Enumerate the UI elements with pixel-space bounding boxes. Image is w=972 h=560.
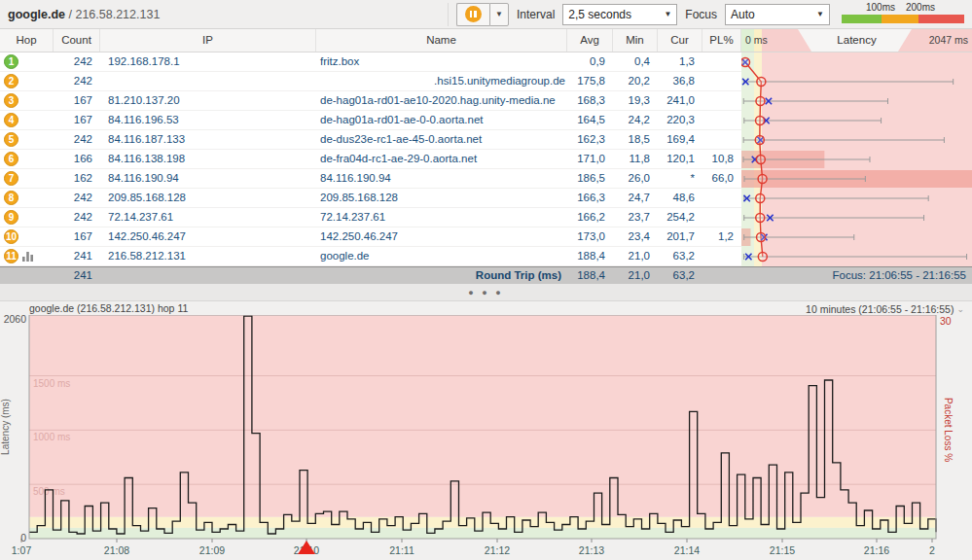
pl-cell: 10,8 xyxy=(702,150,741,168)
focus-label: Focus xyxy=(685,8,717,21)
cur-cell: 120,1 xyxy=(658,150,702,168)
hop-cell: 6 xyxy=(0,150,54,168)
pause-icon xyxy=(465,6,482,22)
min-cell: 23,7 xyxy=(613,208,658,227)
count-cell: 166 xyxy=(54,150,100,168)
splitter-handle-icon: ● ● ● xyxy=(468,290,503,296)
cur-cell: 1,3 xyxy=(658,52,702,71)
name-cell: de-hag01a-rd01-ae10-2020.hag.unity-media… xyxy=(316,91,567,110)
interval-label: Interval xyxy=(517,8,555,21)
name-cell: fritz.box xyxy=(316,52,567,71)
interval-value: 2,5 seconds xyxy=(568,8,631,21)
ip-cell: 81.210.137.20 xyxy=(100,91,316,110)
avg-latency-point xyxy=(756,194,765,203)
name-cell: google.de xyxy=(316,247,567,265)
axis-label: 0 xyxy=(20,532,26,543)
ip-cell: 72.14.237.61 xyxy=(100,208,316,227)
avg-latency-point xyxy=(755,136,764,145)
count-cell: 167 xyxy=(54,91,100,110)
pingplotter-window: google.de / 216.58.212.131 ▼ Interval 2,… xyxy=(0,0,972,560)
x-tick-label: 21:14 xyxy=(674,544,700,556)
timescale-dropdown[interactable]: 10 minutes (21:06:55 - 21:16:55) ⌄ xyxy=(806,302,964,315)
avg-cell: 188,4 xyxy=(567,247,613,265)
latency-scale-legend: 100ms 200ms xyxy=(842,2,964,27)
hop-cell: 2 xyxy=(0,72,54,90)
legend-gradient-bar xyxy=(842,15,964,23)
timescale-value: 10 minutes (21:06:55 - 21:16:55) xyxy=(806,303,954,315)
col-header-hop[interactable]: Hop xyxy=(0,29,54,52)
focus-select[interactable]: Auto▼ xyxy=(725,4,830,25)
avg-cell: 0,9 xyxy=(567,52,613,71)
chevron-down-icon: ▼ xyxy=(664,10,671,18)
avg-latency-point xyxy=(756,156,765,164)
pl-cell xyxy=(702,247,741,265)
hop-cell: 8 xyxy=(0,189,54,207)
focus-range-label: Focus: 21:06:55 - 21:16:55 xyxy=(741,267,972,284)
hop-cell: 4 xyxy=(0,111,54,129)
hop-cell: 10 xyxy=(0,228,54,246)
hop-badge: 6 xyxy=(4,152,18,166)
ip-cell: 192.168.178.1 xyxy=(100,52,316,71)
col-header-avg[interactable]: Avg xyxy=(567,29,613,52)
footer-hop-cell xyxy=(0,267,54,284)
col-header-min[interactable]: Min xyxy=(613,29,658,52)
trace-target-title: google.de / 216.58.212.131 xyxy=(8,8,160,21)
timeline-titlebar: google.de (216.58.212.131) hop 11 10 min… xyxy=(29,302,964,315)
col-header-latency[interactable]: 0 ms Latency 2047 ms xyxy=(741,29,972,52)
avg-latency-point xyxy=(758,175,767,184)
col-header-pl[interactable]: PL% xyxy=(702,29,741,52)
pl-cell xyxy=(702,208,741,227)
col-header-name[interactable]: Name xyxy=(316,29,567,52)
name-cell: de-fra04d-rc1-ae-29-0.aorta.net xyxy=(316,150,567,168)
legend-green-segment xyxy=(842,15,882,23)
hop-latency-minigraph[interactable] xyxy=(741,52,972,266)
focus-value: Auto xyxy=(731,8,755,21)
count-cell: 242 xyxy=(54,208,100,227)
name-cell: 72.14.237.61 xyxy=(316,208,567,227)
count-cell: 167 xyxy=(54,111,100,129)
chevron-down-icon: ▼ xyxy=(816,10,824,18)
pl-cell xyxy=(702,189,741,207)
pause-button[interactable] xyxy=(456,3,489,26)
timeline-chart[interactable]: 1500 ms1000 ms500 ms1:0721:0821:0921:102… xyxy=(0,315,972,560)
avg-cell: 171,0 xyxy=(567,150,613,168)
pl-cell xyxy=(702,52,741,71)
col-header-ip[interactable]: IP xyxy=(100,29,316,52)
name-cell: 209.85.168.128 xyxy=(316,189,567,207)
min-cell: 20,2 xyxy=(613,72,658,90)
footer-min: 21,0 xyxy=(613,267,658,284)
panel-splitter[interactable]: ● ● ● xyxy=(0,284,972,301)
chevron-down-icon: ▼ xyxy=(495,10,503,18)
ip-cell: 84.116.190.94 xyxy=(100,169,316,188)
cur-cell: 220,3 xyxy=(658,111,702,129)
toolbar-divider xyxy=(448,3,449,26)
count-cell: 242 xyxy=(54,189,100,207)
legend-100ms-label: 100ms xyxy=(866,2,895,13)
interval-select[interactable]: 2,5 seconds▼ xyxy=(562,4,677,25)
footer-ip-cell xyxy=(100,267,316,284)
ip-cell: 142.250.46.247 xyxy=(100,228,316,246)
col-header-cur[interactable]: Cur xyxy=(658,29,702,52)
hop-badge: 3 xyxy=(4,93,18,108)
cur-cell: 36,8 xyxy=(658,72,702,90)
col-header-count[interactable]: Count xyxy=(54,29,100,52)
cur-cell: 241,0 xyxy=(658,91,702,110)
count-cell: 242 xyxy=(54,72,100,90)
footer-count: 241 xyxy=(54,267,100,284)
hop-badge: 10 xyxy=(4,229,18,244)
trace-table-body: 1242192.168.178.1fritz.box0,90,41,32242.… xyxy=(0,52,972,266)
x-tick-label: 2 xyxy=(929,544,935,556)
x-tick-label: 21:16 xyxy=(864,544,889,556)
legend-red-segment xyxy=(918,15,964,23)
hop-badge: 8 xyxy=(4,191,18,205)
ip-cell: 84.116.196.53 xyxy=(100,111,316,129)
chart-background-band xyxy=(29,315,936,517)
avg-latency-point xyxy=(741,58,750,67)
ip-cell: 216.58.212.131 xyxy=(100,247,316,265)
hop-badge: 2 xyxy=(4,74,18,88)
avg-cell: 164,5 xyxy=(567,111,613,129)
gridline-label: 1000 ms xyxy=(33,432,70,442)
round-trip-row[interactable]: 241 Round Trip (ms) 188,4 21,0 63,2 Focu… xyxy=(0,266,972,284)
pause-dropdown-button[interactable]: ▼ xyxy=(489,3,509,26)
count-cell: 242 xyxy=(54,130,100,149)
